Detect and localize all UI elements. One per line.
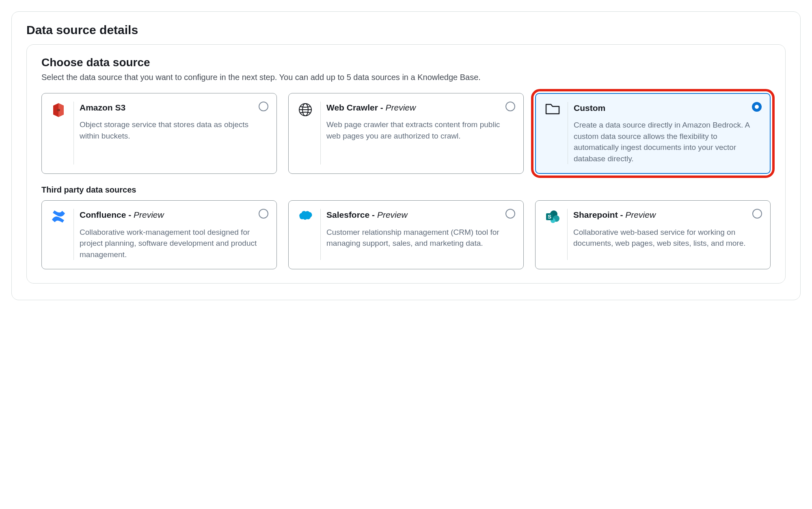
card-title-salesforce: Salesforce - Preview [326, 210, 514, 220]
choose-heading: Choose data source [41, 56, 771, 69]
card-desc-salesforce: Customer relationship management (CRM) t… [326, 227, 514, 249]
card-divider [320, 102, 321, 165]
card-divider [568, 102, 568, 164]
source-card-confluence[interactable]: Confluence - Preview Collaborative work-… [41, 200, 277, 269]
card-title-text: Salesforce [326, 210, 369, 219]
preview-tag: Preview [134, 210, 164, 219]
source-card-sharepoint[interactable]: S Sharepoint - Preview Collaborative web… [535, 200, 771, 269]
highlight-annotation: Custom Create a data source directly in … [535, 93, 771, 174]
preview-tag: Preview [386, 103, 416, 112]
preview-tag: Preview [377, 210, 408, 219]
card-divider [73, 102, 74, 165]
card-desc-sharepoint: Collaborative web-based service for work… [573, 227, 761, 249]
card-desc-confluence: Collaborative work-management tool desig… [80, 227, 268, 260]
third-party-sources-row: Confluence - Preview Collaborative work-… [41, 200, 771, 269]
card-desc-custom: Create a data source directly in Amazon … [574, 119, 761, 164]
card-title-web-crawler: Web Crawler - Preview [326, 102, 514, 113]
card-title-text: Custom [574, 103, 605, 113]
card-title-text: Amazon S3 [80, 103, 125, 112]
globe-icon [296, 102, 315, 165]
radio-s3[interactable] [259, 102, 268, 111]
third-party-heading: Third party data sources [41, 185, 771, 195]
card-title-custom: Custom [574, 103, 761, 113]
choose-data-source-panel: Choose data source Select the data sourc… [26, 44, 786, 284]
card-divider [567, 209, 568, 260]
card-title-text: Sharepoint [573, 210, 618, 219]
svg-point-0 [57, 109, 60, 111]
panel-title: Data source details [26, 23, 786, 37]
card-desc-web-crawler: Web page crawler that extracts content f… [326, 119, 514, 141]
folder-icon [543, 102, 562, 164]
svg-text:S: S [548, 214, 551, 220]
card-title-text: Confluence [80, 210, 126, 219]
card-title-text: Web Crawler [326, 103, 378, 112]
card-divider [73, 209, 74, 260]
card-title-s3: Amazon S3 [80, 102, 268, 113]
radio-custom[interactable] [752, 102, 762, 112]
choose-subtitle: Select the data source that you want to … [41, 71, 771, 83]
source-card-salesforce[interactable]: Salesforce - Preview Customer relationsh… [288, 200, 524, 269]
salesforce-icon [296, 209, 315, 260]
radio-web-crawler[interactable] [505, 102, 515, 111]
source-card-web-crawler[interactable]: Web Crawler - Preview Web page crawler t… [288, 93, 524, 174]
s3-icon [49, 102, 68, 165]
card-title-sharepoint: Sharepoint - Preview [573, 210, 761, 220]
data-source-details-panel: Data source details Choose data source S… [11, 11, 801, 300]
card-desc-s3: Object storage service that stores data … [80, 119, 268, 141]
sharepoint-icon: S [543, 209, 561, 260]
confluence-icon [49, 209, 68, 260]
card-title-confluence: Confluence - Preview [80, 210, 268, 220]
preview-tag: Preview [625, 210, 656, 219]
source-card-s3[interactable]: Amazon S3 Object storage service that st… [41, 93, 277, 174]
source-card-custom[interactable]: Custom Create a data source directly in … [535, 93, 771, 174]
native-sources-row: Amazon S3 Object storage service that st… [41, 93, 771, 174]
card-divider [320, 209, 321, 260]
